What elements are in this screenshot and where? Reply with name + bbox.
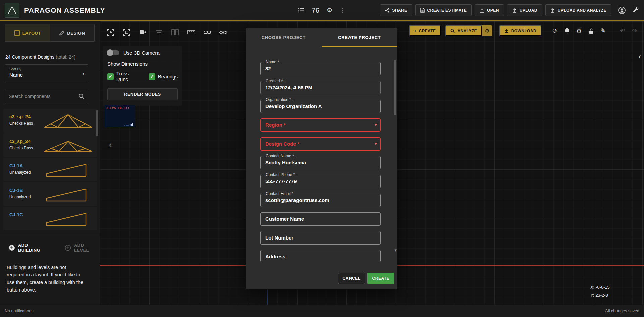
center-focus-icon[interactable] (105, 26, 117, 38)
sort-by-value: Name (9, 72, 84, 78)
upload-and-analyze-button[interactable]: UPLOAD AND ANALYZE (545, 4, 611, 16)
organization-field-label: Organization * (264, 97, 293, 102)
history-icon[interactable]: ↺ (550, 27, 559, 35)
caret-down-icon: ▾ (374, 122, 377, 128)
settings-gear-icon[interactable]: ⚙ (327, 7, 332, 13)
share-label: SHARE (392, 8, 407, 13)
component-name: CJ-1C (9, 212, 23, 217)
tab-design[interactable]: DESIGN (50, 24, 95, 41)
checkbox-checked-icon: ✓ (107, 73, 114, 80)
sort-by-select[interactable]: Sort By Name ▾ (5, 64, 88, 83)
share-button[interactable]: SHARE (380, 4, 412, 16)
download-label: DOWNLOAD (511, 29, 536, 33)
add-building-button[interactable]: ADD BUILDING (9, 243, 51, 253)
tools-wrench-icon[interactable] (632, 7, 639, 14)
split-view-icon[interactable] (169, 26, 181, 38)
upload-icon (512, 8, 517, 13)
bearings-checkbox[interactable]: ✓ Bearings (149, 73, 178, 80)
document-icon (420, 8, 425, 13)
tab-design-label: DESIGN (67, 31, 85, 36)
created-at-field[interactable]: Created At 12/24/2024, 4:58 PM (260, 81, 381, 94)
fit-screen-icon[interactable] (121, 26, 133, 38)
video-camera-icon[interactable] (137, 26, 149, 38)
expand-right-panel-chevron[interactable]: ‹ (636, 51, 643, 62)
open-icon (480, 8, 484, 13)
jack-truss-thumbnail (43, 209, 93, 228)
status-bar: No notifications All changes saved (0, 305, 644, 317)
component-row[interactable]: c3_sp_24 Checks Pass (3, 109, 97, 133)
list-icon[interactable] (298, 7, 304, 13)
notifications-bell-icon[interactable] (562, 28, 571, 34)
component-name: c3_sp_24 (9, 114, 33, 119)
fps-label: 3 FPS (0-31) (105, 105, 135, 110)
use-3d-camera-toggle[interactable]: Use 3D Camera (107, 50, 178, 56)
open-button[interactable]: OPEN (475, 4, 504, 16)
add-level-button[interactable]: ADD LEVEL (65, 243, 100, 253)
design-code-select[interactable]: Design Code * ▾ (260, 137, 381, 151)
create-project-button[interactable]: CREATE (367, 273, 394, 284)
account-avatar-icon[interactable] (618, 6, 626, 14)
tab-create-project[interactable]: CREATE PROJECT (322, 28, 398, 47)
collapse-panel-chevron[interactable]: ‹ (106, 140, 115, 150)
truss-runs-checkbox[interactable]: ✓ Truss Runs (107, 71, 141, 82)
contact-email-field[interactable]: Contact Email * scotth@paragontruss.com (260, 194, 381, 207)
project-dialog-tabs: CHOOSE PROJECT CREATE PROJECT (246, 28, 397, 47)
created-at-field-label: Created At (264, 78, 286, 83)
create-estimate-button[interactable]: CREATE ESTIMATE (415, 4, 472, 16)
coordinate-x: X: -0-6-15 (590, 284, 610, 292)
organization-field[interactable]: Organization * Develop Organization A (260, 100, 381, 113)
component-row[interactable]: CJ-1B Unanalyzed (3, 182, 97, 206)
component-row[interactable]: CJ-1C (3, 207, 97, 230)
cancel-button[interactable]: CANCEL (338, 273, 365, 284)
ruler-icon[interactable] (185, 26, 197, 38)
tab-layout[interactable]: LAYOUT (5, 24, 50, 41)
scroll-down-caret-icon[interactable]: ▾ (394, 248, 397, 253)
analyze-settings-gear-icon[interactable]: ⚙ (482, 25, 492, 36)
search-input[interactable] (9, 94, 78, 99)
component-list-scrollbar[interactable] (96, 110, 98, 136)
component-name: CJ-1B (9, 188, 31, 193)
render-modes-button[interactable]: RENDER MODES (107, 88, 178, 100)
layout-icon (14, 30, 20, 36)
bearings-label: Bearings (158, 74, 178, 80)
name-field[interactable]: Name * 82 (260, 62, 381, 75)
header-actions: SHARE CREATE ESTIMATE (380, 4, 639, 16)
levels-icon[interactable] (153, 26, 165, 38)
app-title: PARAGON ASSEMBLY (24, 6, 105, 14)
cursor-coordinates: X: -0-6-15 Y: 23-2-8 (590, 284, 610, 299)
analyze-label: ANALYZE (457, 29, 477, 33)
fps-monitor[interactable]: 3 FPS (0-31) (105, 105, 135, 127)
link-icon[interactable] (201, 26, 213, 38)
upload-button[interactable]: UPLOAD (507, 4, 542, 16)
canvas-settings-gear-icon[interactable]: ⚙ (575, 27, 583, 35)
search-icon[interactable] (78, 93, 85, 99)
redo-icon[interactable]: ↷ (630, 27, 639, 35)
top-bar: PARAGON ASSEMBLY 76 ⚙ ⋮ (0, 0, 644, 21)
component-summary-count: 24 Component Designs (5, 54, 54, 60)
jack-truss-thumbnail (43, 160, 93, 179)
lot-number-field[interactable]: Lot Number (260, 231, 381, 245)
analyze-button[interactable]: ANALYZE (445, 25, 482, 36)
component-row[interactable]: CJ-1A Unanalyzed (3, 158, 97, 181)
app: PARAGON ASSEMBLY 76 ⚙ ⋮ (0, 0, 644, 317)
lock-icon[interactable] (587, 28, 595, 34)
contact-phone-field[interactable]: Contact Phone * 555-777-7779 (260, 175, 381, 188)
project-dialog: CHOOSE PROJECT CREATE PROJECT Name * 82 … (246, 28, 397, 289)
eye-icon[interactable] (217, 26, 229, 38)
dimension-checkboxes: ✓ Truss Runs ✓ Bearings (107, 71, 178, 82)
create-estimate-label: CREATE ESTIMATE (427, 8, 467, 13)
component-name: c3_sp_24 (9, 139, 33, 144)
contact-name-field[interactable]: Contact Name * Scotty Hoelsema (260, 156, 381, 169)
region-select[interactable]: Region * ▾ (260, 118, 381, 132)
region-select-label: Region * (261, 119, 380, 131)
more-menu-icon[interactable]: ⋮ (340, 7, 346, 13)
form-scrollbar[interactable] (394, 60, 396, 115)
component-row[interactable]: c3_sp_24 Checks Pass (3, 133, 97, 157)
create-button[interactable]: + CREATE (409, 25, 441, 36)
tab-choose-project[interactable]: CHOOSE PROJECT (246, 28, 322, 47)
download-button[interactable]: DOWNLOAD (499, 25, 541, 36)
undo-icon[interactable]: ↶ (618, 27, 627, 35)
address-field[interactable]: Address (260, 250, 381, 261)
edit-pencil-icon[interactable]: ✎ (599, 27, 607, 35)
customer-name-field[interactable]: Customer Name (260, 212, 381, 226)
